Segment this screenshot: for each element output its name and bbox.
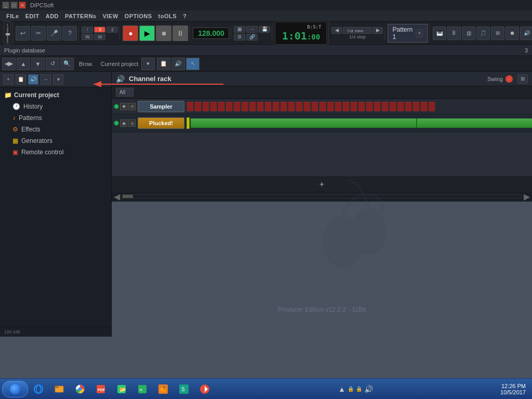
samp-cell-1[interactable]: [187, 101, 194, 112]
tray-speaker-icon[interactable]: 🔊: [364, 385, 373, 393]
down-icon[interactable]: ▼: [31, 58, 45, 70]
samp-cell-16[interactable]: [303, 101, 311, 112]
playlist-icon[interactable]: ▥: [462, 26, 475, 40]
sampler-led[interactable]: [114, 104, 119, 109]
pattern-display[interactable]: Pattern 1 +: [388, 24, 428, 43]
samp-cell-17[interactable]: [311, 101, 318, 112]
taskbar-fl[interactable]: 🍊: [154, 381, 172, 397]
samp-cell-13[interactable]: [280, 101, 287, 112]
play-btn[interactable]: ▶: [139, 25, 155, 41]
arrow-right-icon[interactable]: →: [246, 26, 258, 33]
plucked-led[interactable]: [114, 121, 119, 126]
samp-cell-31[interactable]: [420, 101, 428, 112]
master-volume-slider[interactable]: 1: [4, 21, 11, 45]
taskbar-app9[interactable]: [195, 381, 214, 397]
sidebar-nav-left[interactable]: +: [3, 74, 14, 85]
cursor-icon[interactable]: ↖: [186, 58, 200, 70]
menu-tools[interactable]: toOLS: [155, 12, 180, 20]
plucked-start-marker[interactable]: [187, 117, 190, 129]
add-channel-btn[interactable]: +: [112, 177, 532, 191]
step-seq-icon[interactable]: ⊞: [491, 26, 504, 40]
step-dropdown[interactable]: 1/4 step 1/2 step 1/1 step: [343, 27, 371, 34]
sidebar-item-effects[interactable]: ⚙ Effects: [0, 124, 111, 135]
channel-filter-dropdown[interactable]: All: [116, 88, 134, 97]
close-button[interactable]: ✕: [19, 2, 26, 9]
record2-icon[interactable]: ⏺: [506, 26, 519, 40]
samp-cell-2[interactable]: [194, 101, 202, 112]
sidebar-arrow-btn[interactable]: →: [41, 74, 51, 85]
tray-network-icon[interactable]: ▲: [338, 385, 345, 393]
samp-cell-22[interactable]: [350, 101, 357, 112]
maximize-button[interactable]: □: [10, 2, 18, 9]
samp-cell-23[interactable]: [358, 101, 365, 112]
swing-knob[interactable]: [505, 75, 513, 83]
samp-cell-15[interactable]: [296, 101, 303, 112]
counter-btn-2[interactable]: 3: [94, 26, 105, 33]
counter-btn-5[interactable]: W: [94, 34, 105, 40]
samp-cell-4[interactable]: [210, 101, 217, 112]
sidebar-item-patterns[interactable]: ♪ Patterns: [0, 112, 111, 124]
samp-cell-5[interactable]: [218, 101, 225, 112]
sampler-solo-btn[interactable]: ◎: [128, 103, 136, 110]
taskbar-app6[interactable]: K: [133, 381, 152, 397]
taskbar-pdf[interactable]: PDF: [91, 381, 110, 397]
add-pattern-btn[interactable]: +: [416, 29, 423, 37]
mic-icon[interactable]: 🎤: [47, 26, 61, 41]
bpm-display[interactable]: 128.000: [193, 28, 229, 39]
samp-cell-18[interactable]: [319, 101, 326, 112]
menu-file[interactable]: FILe: [3, 12, 22, 20]
search-icon[interactable]: 🔍: [60, 58, 74, 70]
sidebar-item-remote-control[interactable]: ▣ Remote control: [0, 147, 111, 158]
taskbar-chrome[interactable]: [71, 381, 89, 397]
scroll-track[interactable]: [122, 194, 522, 198]
record-btn[interactable]: ●: [123, 25, 138, 41]
samp-cell-24[interactable]: [366, 101, 373, 112]
up-icon[interactable]: ▲: [17, 58, 30, 70]
samp-cell-27[interactable]: [389, 101, 396, 112]
scroll-thumb[interactable]: [123, 195, 133, 198]
plucked-mute-btn[interactable]: ◉: [120, 119, 127, 127]
menu-patterns[interactable]: PATTERNs: [62, 12, 99, 20]
mixer-icon[interactable]: 🎚: [447, 26, 461, 40]
taskbar-explorer[interactable]: [50, 381, 69, 397]
samp-cell-19[interactable]: [327, 101, 334, 112]
taskbar-app5[interactable]: 📂: [112, 381, 131, 397]
tray-icon-3[interactable]: 🔒: [356, 386, 362, 392]
sidebar-speaker-btn[interactable]: 🔊: [28, 74, 38, 85]
taskbar-ie[interactable]: [29, 381, 48, 397]
start-button[interactable]: [2, 381, 28, 397]
loop-icon[interactable]: ↩: [16, 26, 30, 41]
counter-btn-1[interactable]: ↑: [82, 26, 93, 33]
book-icon[interactable]: 📋: [157, 58, 170, 70]
speaker-icon[interactable]: 🔊: [171, 58, 185, 70]
menu-edit[interactable]: EDIT: [22, 12, 43, 20]
samp-cell-29[interactable]: [405, 101, 412, 112]
cut-icon[interactable]: ✂: [31, 26, 46, 41]
taskbar-app8[interactable]: S: [175, 381, 193, 397]
sidebar-dropdown-btn[interactable]: ▾: [53, 74, 63, 85]
settings-icon[interactable]: ⚙: [234, 34, 245, 41]
minimize-button[interactable]: _: [2, 2, 9, 9]
plucked-solo-btn[interactable]: ◎: [128, 119, 136, 127]
samp-cell-26[interactable]: [381, 101, 389, 112]
sidebar-book-btn[interactable]: 📋: [16, 74, 26, 85]
dropdown-arrow-icon[interactable]: ▾: [141, 58, 155, 70]
counter-btn-4[interactable]: W: [82, 34, 93, 40]
window-controls[interactable]: _ □ ✕: [2, 2, 26, 9]
sidebar-item-generators[interactable]: ▦ Generators: [0, 135, 111, 147]
samp-cell-21[interactable]: [342, 101, 350, 112]
refresh-icon[interactable]: ↺: [46, 58, 59, 70]
menu-add[interactable]: ADD: [43, 12, 62, 20]
samp-cell-25[interactable]: [374, 101, 381, 112]
menu-view[interactable]: VIEW: [99, 12, 121, 20]
pattern-scrollbar[interactable]: ◀ ▶: [112, 191, 532, 202]
taskbar-clock[interactable]: 12:26 PM 10/5/2017: [496, 383, 530, 395]
samp-cell-8[interactable]: [241, 101, 248, 112]
samp-cell-30[interactable]: [413, 101, 420, 112]
samp-cell-20[interactable]: [335, 101, 342, 112]
samp-cell-7[interactable]: [233, 101, 241, 112]
plucked-pattern-bar[interactable]: [191, 118, 532, 128]
sampler-name-btn[interactable]: Sampler: [138, 101, 184, 112]
samp-cell-14[interactable]: [288, 101, 295, 112]
nav-arrows-icon[interactable]: ◀▶: [2, 58, 16, 70]
